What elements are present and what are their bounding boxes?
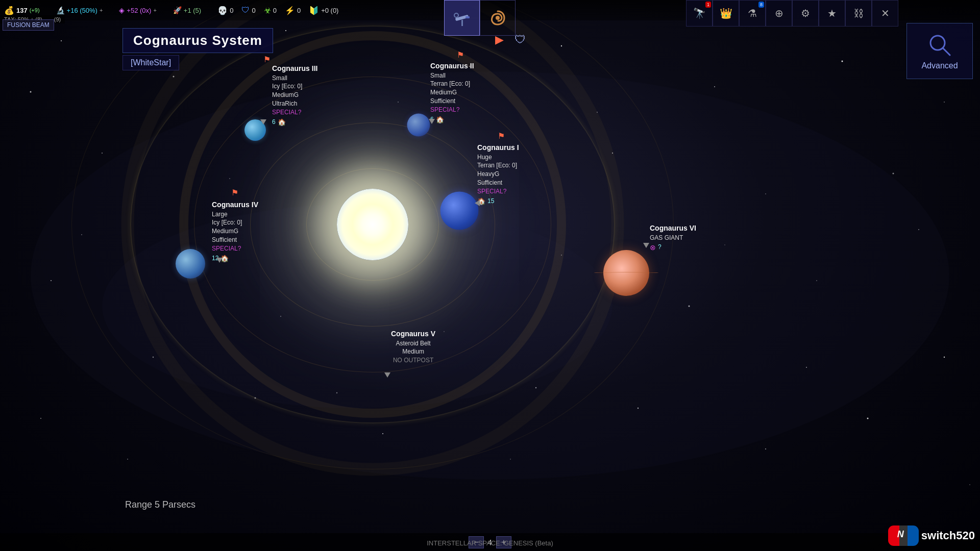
warning-icon-iv: ⚑ xyxy=(231,188,238,197)
arrow-cognaurus-v xyxy=(384,372,390,378)
search-icon xyxy=(926,32,953,58)
credits-value: 137 xyxy=(16,7,28,14)
nav-flask[interactable]: ⚗ 8 xyxy=(739,0,766,27)
fusion-beam-label: FUSION BEAM xyxy=(3,19,54,31)
nav-telescope[interactable]: 🔭 1 xyxy=(686,0,713,27)
warning-icon-i: ⚑ xyxy=(498,131,505,141)
game-title: INTERSTELLAR SPACE: GENESIS (Beta) xyxy=(427,539,553,547)
arrow-cognaurus-i xyxy=(475,200,480,206)
planet-label-cognaurus-ii: Cognaurus II Small Terran [Eco: 0] Mediu… xyxy=(430,61,474,124)
system-header: Cognaurus System [WhiteStar] xyxy=(122,28,273,70)
science-plus: + xyxy=(100,7,103,13)
flask-badge: 8 xyxy=(758,2,764,8)
advanced-button[interactable]: Advanced xyxy=(906,23,973,79)
nav-icons-bar: 🔭 1 👑 ⚗ 8 ⊕ ⚙ ★ ⛓ ✕ xyxy=(686,0,898,27)
advanced-label: Advanced xyxy=(921,61,958,70)
svg-point-48 xyxy=(496,16,500,20)
telescope-badge: 1 xyxy=(705,2,711,8)
svg-rect-47 xyxy=(465,16,470,18)
active-icon-swirl[interactable] xyxy=(480,0,516,36)
divider-4 xyxy=(205,8,213,12)
influence-value: +52 (0x) xyxy=(127,7,151,14)
planet-cognaurus-i[interactable] xyxy=(440,192,479,230)
zero-val-3: 0 xyxy=(273,7,277,14)
science-value: +16 (50%) xyxy=(67,7,97,14)
nav-settings[interactable]: ⚙ xyxy=(792,0,819,27)
icon-zero-3: ☣ 0 xyxy=(260,4,281,17)
planet-cognaurus-ii[interactable] xyxy=(407,114,430,137)
icon-zero-4: ⚡ 0 xyxy=(281,4,305,17)
nav-link[interactable]: ⛓ xyxy=(845,0,872,27)
nav-close[interactable]: ✕ xyxy=(872,0,898,27)
search-icon-container xyxy=(926,32,953,58)
influence-stat: ◈ +52 (0x) + xyxy=(115,4,161,16)
warning-icon-ii: ⚑ xyxy=(457,50,464,60)
nav-star[interactable]: ★ xyxy=(819,0,845,27)
system-name: Cognaurus System xyxy=(122,28,273,53)
divider-1 xyxy=(44,8,52,12)
icon-zero-1: 💀 0 xyxy=(213,4,237,17)
svg-rect-45 xyxy=(461,20,463,26)
switch-logo-container: N xyxy=(888,523,919,548)
zero-val-5: +0 (0) xyxy=(321,7,338,14)
planet-label-cognaurus-v: Cognaurus V Asteroid Belt Medium NO OUTP… xyxy=(391,329,435,365)
planet-cognaurus-vi[interactable] xyxy=(603,250,649,296)
icon-zero-2: 🛡 0 xyxy=(237,4,259,17)
science-stat: 🔬 +16 (50%) + xyxy=(52,4,107,16)
planet-cognaurus-iv[interactable] xyxy=(176,249,205,279)
arrow-cognaurus-iv xyxy=(216,258,223,263)
active-icon-telescope[interactable] xyxy=(444,0,480,36)
planet-label-cognaurus-iv: Cognaurus IV Large Icy [Eco: 0] MediumG … xyxy=(212,200,258,263)
range-indicator: Range 5 Parsecs xyxy=(125,499,195,510)
switch-branding: N switch520 xyxy=(888,523,975,548)
nav-crosshair[interactable]: ⊕ xyxy=(766,0,792,27)
arrow-cognaurus-iii xyxy=(260,119,266,124)
zero-val-4: 0 xyxy=(297,7,301,14)
zero-val-1: 0 xyxy=(230,7,233,14)
system-view: Cognaurus I Huge Terran [Eco: 0] HeavyG … xyxy=(0,0,980,551)
zero-val-2: 0 xyxy=(252,7,255,14)
ships-value: +1 (5) xyxy=(184,7,201,14)
planet-label-cognaurus-iii: Cognaurus III Small Icy [Eco: 0] MediumG… xyxy=(272,64,317,127)
star-type: [WhiteStar] xyxy=(122,55,179,70)
bottom-bar: − 4 + INTERSTELLAR SPACE: GENESIS (Beta) xyxy=(0,533,980,551)
tech-value: (9) xyxy=(54,16,61,22)
ships-stat: 🚀 +1 (5) xyxy=(169,4,205,16)
divider-2 xyxy=(107,8,115,12)
central-star xyxy=(337,189,408,260)
arrow-cognaurus-vi xyxy=(643,243,649,248)
icon-zero-5: 🔰 +0 (0) xyxy=(305,4,342,17)
arrow-cognaurus-ii xyxy=(429,119,435,124)
credits-income: (+9) xyxy=(30,7,40,13)
divider-3 xyxy=(161,8,169,12)
svg-point-46 xyxy=(454,13,458,17)
influence-plus: + xyxy=(153,7,156,13)
planet-label-cognaurus-vi: Cognaurus VI GAS GIANT ⊗ ? xyxy=(650,223,696,253)
planet-label-cognaurus-i: Cognaurus I Huge Terran [Eco: 0] HeavyG … xyxy=(477,143,519,206)
svg-line-50 xyxy=(943,48,950,55)
active-icon-group xyxy=(444,0,516,36)
nav-crown[interactable]: 👑 xyxy=(713,0,739,27)
switch-username: switch520 xyxy=(921,529,975,542)
